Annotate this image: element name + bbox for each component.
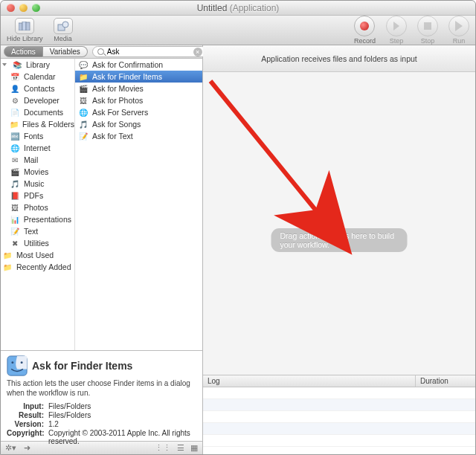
action-icon: 💬 bbox=[78, 60, 89, 69]
search-input[interactable] bbox=[107, 48, 190, 56]
category-icon: 📕 bbox=[10, 191, 20, 200]
action-ask-for-finder-items[interactable]: 📁Ask for Finder Items bbox=[75, 71, 202, 83]
action-label: Ask For Servers bbox=[92, 108, 148, 117]
log-col-log[interactable]: Log bbox=[203, 375, 416, 387]
clear-search-button[interactable]: × bbox=[193, 48, 202, 57]
action-icon: 📁 bbox=[78, 72, 89, 81]
toolbar-media[interactable]: Media bbox=[54, 18, 73, 42]
info-result-key: Result: bbox=[7, 411, 48, 419]
sidebar-smart-most-used[interactable]: 📁Most Used bbox=[1, 249, 74, 261]
sidebar-item-calendar[interactable]: 📅Calendar bbox=[1, 71, 74, 83]
action-ask-for-servers[interactable]: 🌐Ask For Servers bbox=[75, 106, 202, 118]
sidebar-item-label: Contacts bbox=[24, 84, 54, 93]
sidebar-item-label: Text bbox=[24, 227, 38, 236]
sidebar-item-music[interactable]: 🎵Music bbox=[1, 178, 74, 190]
toolbar-stop[interactable]: Stop bbox=[417, 16, 438, 45]
close-window-button[interactable] bbox=[7, 4, 15, 12]
sidebar-item-label: PDFs bbox=[24, 191, 43, 200]
action-ask-for-movies[interactable]: 🎬Ask for Movies bbox=[75, 83, 202, 94]
library-panes: 📚 Library 📅Calendar👤Contacts⚙Developer📄D… bbox=[1, 59, 202, 350]
log-col-duration[interactable]: Duration bbox=[416, 375, 475, 387]
sidebar-item-internet[interactable]: 🌐Internet bbox=[1, 142, 74, 154]
title-document: Untitled bbox=[197, 3, 228, 13]
sidebar-item-label: Music bbox=[24, 179, 44, 188]
tab-variables[interactable]: Variables bbox=[43, 46, 88, 57]
info-input-val: Files/Folders bbox=[48, 402, 196, 410]
sidebar-item-utilities[interactable]: ✖Utilities bbox=[1, 237, 74, 249]
search-field[interactable]: × bbox=[92, 46, 208, 57]
toolbar-hide-library[interactable]: Hide Library bbox=[7, 18, 43, 42]
sidebar-item-contacts[interactable]: 👤Contacts bbox=[1, 83, 74, 94]
stop-icon bbox=[417, 16, 438, 36]
sidebar-item-pdfs[interactable]: 📕PDFs bbox=[1, 190, 74, 201]
sidebar-item-label: Calendar bbox=[24, 72, 56, 81]
svg-line-8 bbox=[210, 81, 318, 213]
media-icon bbox=[54, 18, 73, 34]
sidebar-item-text[interactable]: 📝Text bbox=[1, 225, 74, 237]
sidebar-item-movies[interactable]: 🎬Movies bbox=[1, 166, 74, 178]
category-icon: 🎵 bbox=[10, 179, 20, 188]
tab-actions[interactable]: Actions bbox=[4, 46, 43, 57]
action-ask-for-text[interactable]: 📝Ask for Text bbox=[75, 130, 202, 142]
category-icon: 🎬 bbox=[10, 167, 20, 176]
actions-list[interactable]: 💬Ask for Confirmation📁Ask for Finder Ite… bbox=[75, 59, 202, 350]
toolbar-run[interactable]: Run bbox=[448, 16, 469, 45]
category-icon: ✉ bbox=[10, 155, 20, 164]
sidebar-item-photos[interactable]: 🖼Photos bbox=[1, 201, 74, 213]
sidebar-item-developer[interactable]: ⚙Developer bbox=[1, 94, 74, 106]
category-icon: ⚙ bbox=[10, 96, 20, 105]
action-icon: 🌐 bbox=[78, 108, 89, 117]
folder-icon: 📁 bbox=[2, 251, 13, 259]
zoom-window-button[interactable] bbox=[32, 4, 40, 12]
sidebar-item-label: Fonts bbox=[24, 132, 43, 141]
log-body[interactable] bbox=[203, 387, 475, 454]
sidebar-item-presentations[interactable]: 📊Presentations bbox=[1, 213, 74, 225]
action-ask-for-confirmation[interactable]: 💬Ask for Confirmation bbox=[75, 59, 202, 71]
toolbar-record-label: Record bbox=[354, 37, 376, 45]
toolbar-step[interactable]: Step bbox=[386, 16, 407, 45]
sidebar-item-label: Mail bbox=[24, 155, 38, 164]
folder-icon: 📁 bbox=[2, 262, 13, 271]
action-label: Ask for Confirmation bbox=[92, 60, 163, 69]
info-title: Ask for Finder Items bbox=[32, 360, 132, 372]
minimize-window-button[interactable] bbox=[19, 4, 28, 12]
action-icon: 🎬 bbox=[78, 84, 89, 93]
sidebar-smart-recently-added[interactable]: 📁Recently Added bbox=[1, 261, 74, 273]
main-area: Actions Variables × 📚 Library bbox=[1, 45, 475, 454]
info-version-val: 1.2 bbox=[48, 420, 196, 428]
library-sidebar[interactable]: 📚 Library 📅Calendar👤Contacts⚙Developer📄D… bbox=[1, 59, 75, 350]
record-icon bbox=[354, 16, 375, 36]
sidebar-item-fonts[interactable]: 🔤Fonts bbox=[1, 130, 74, 142]
category-icon: ✖ bbox=[10, 239, 20, 248]
library-header: Actions Variables × bbox=[1, 45, 202, 59]
action-label: Ask for Songs bbox=[92, 120, 141, 129]
toolbar: Hide Library Media Record Step Stop bbox=[1, 16, 475, 45]
sidebar-item-label: Presentations bbox=[24, 215, 71, 224]
library-icon bbox=[15, 18, 34, 34]
info-copyright-val: Copyright © 2003-2011 Apple Inc. All rig… bbox=[48, 429, 196, 445]
window-controls bbox=[7, 4, 40, 12]
sidebar-item-label: Internet bbox=[24, 143, 51, 152]
toolbar-media-label: Media bbox=[54, 35, 72, 42]
library-root[interactable]: 📚 Library bbox=[1, 59, 74, 71]
title-kind: (Application) bbox=[230, 3, 280, 13]
run-icon bbox=[448, 16, 469, 36]
sidebar-item-mail[interactable]: ✉Mail bbox=[1, 154, 74, 166]
category-icon: 🌐 bbox=[10, 143, 20, 152]
workflow-canvas[interactable]: Drag actions or files here to build your… bbox=[203, 72, 475, 375]
action-ask-for-photos[interactable]: 🖼Ask for Photos bbox=[75, 94, 202, 106]
action-icon: 📝 bbox=[78, 132, 89, 141]
sidebar-item-documents[interactable]: 📄Documents bbox=[1, 106, 74, 118]
info-version-key: Version: bbox=[7, 420, 48, 428]
svg-point-4 bbox=[62, 22, 68, 28]
category-icon: 📊 bbox=[10, 215, 20, 224]
action-icon: 🖼 bbox=[78, 96, 89, 105]
sidebar-item-files-folders[interactable]: 📁Files & Folders bbox=[1, 118, 74, 130]
action-label: Ask for Finder Items bbox=[92, 72, 162, 81]
action-ask-for-songs[interactable]: 🎵Ask for Songs bbox=[75, 118, 202, 130]
workflow-input-bar[interactable]: Application receives files and folders a… bbox=[203, 45, 475, 72]
info-result-val: Files/Folders bbox=[48, 411, 196, 419]
toolbar-record[interactable]: Record bbox=[354, 16, 376, 45]
category-icon: 🖼 bbox=[10, 203, 20, 212]
svg-rect-0 bbox=[19, 23, 22, 30]
